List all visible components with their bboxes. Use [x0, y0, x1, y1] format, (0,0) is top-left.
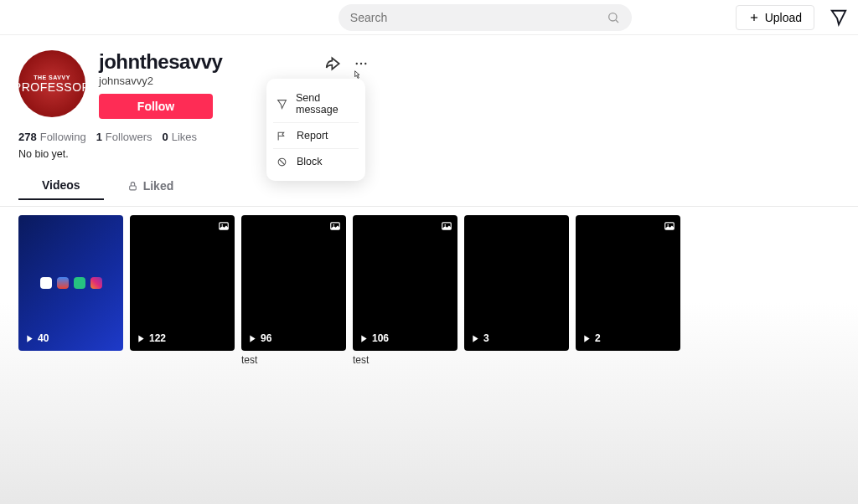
display-name: johnthesavvy: [99, 50, 222, 74]
block-icon: [277, 157, 288, 167]
video-caption: [18, 354, 123, 366]
video-card[interactable]: 3: [464, 215, 569, 366]
likes-stat[interactable]: 0Likes: [162, 131, 197, 143]
plus-icon: [748, 12, 760, 23]
view-count: 96: [248, 332, 271, 344]
send-message-icon: [277, 99, 287, 110]
video-card[interactable]: 96test: [241, 215, 346, 366]
svg-point-17: [667, 224, 669, 226]
menu-report[interactable]: Report: [273, 123, 359, 149]
video-card[interactable]: 2: [576, 215, 680, 366]
report-icon: [277, 131, 288, 141]
video-grid: 4012296test106test32: [0, 207, 858, 374]
photo-icon: [664, 220, 675, 232]
profile-section: THE SAVVY PROFESSOR johnthesavvy johnsav…: [0, 35, 858, 207]
menu-block-label: Block: [297, 156, 323, 167]
tab-liked-label: Liked: [143, 179, 174, 193]
view-count: 3: [471, 332, 489, 344]
svg-point-13: [333, 224, 334, 226]
view-count: 2: [582, 332, 601, 344]
svg-point-5: [360, 63, 362, 64]
video-card[interactable]: 122: [130, 215, 235, 366]
tab-liked[interactable]: Liked: [104, 172, 198, 200]
photo-icon: [329, 220, 341, 232]
profile-info: johnthesavvy johnsavvy2 Follow: [99, 50, 222, 119]
tab-videos[interactable]: Videos: [18, 172, 104, 200]
svg-line-8: [279, 159, 285, 165]
follow-button[interactable]: Follow: [99, 94, 213, 119]
search-icon[interactable]: [607, 11, 620, 24]
avatar[interactable]: THE SAVVY PROFESSOR: [18, 50, 85, 117]
followers-stat[interactable]: 1Followers: [96, 131, 152, 143]
lock-icon: [127, 181, 138, 192]
video-thumbnail[interactable]: 3: [464, 215, 569, 351]
share-icon[interactable]: [325, 55, 342, 72]
menu-report-label: Report: [297, 130, 328, 141]
video-card[interactable]: 40: [18, 215, 123, 366]
top-bar: Upload: [0, 0, 858, 35]
search-input[interactable]: [350, 11, 607, 24]
view-count: 122: [137, 332, 166, 344]
messages-icon[interactable]: [830, 8, 848, 27]
video-thumbnail[interactable]: 96: [241, 215, 346, 351]
video-caption: [576, 354, 680, 366]
svg-point-6: [364, 63, 366, 64]
svg-point-0: [608, 13, 616, 20]
menu-send-message[interactable]: Send message: [273, 85, 359, 123]
bio-text: No bio yet.: [18, 148, 840, 160]
menu-send-message-label: Send message: [296, 92, 355, 116]
menu-block[interactable]: Block: [266, 149, 365, 174]
photo-icon: [218, 220, 230, 232]
stats-row: 278Following 1Followers 0Likes: [18, 131, 840, 143]
video-thumbnail[interactable]: 106: [353, 215, 457, 351]
view-count: 106: [359, 332, 389, 344]
video-thumbnail[interactable]: 2: [576, 215, 680, 351]
search-box[interactable]: [339, 4, 632, 31]
video-card[interactable]: 106test: [353, 215, 457, 366]
username: johnsavvy2: [99, 75, 222, 87]
svg-point-15: [444, 224, 446, 226]
following-stat[interactable]: 278Following: [18, 131, 86, 143]
video-thumbnail[interactable]: 40: [18, 215, 123, 351]
video-caption: test: [241, 354, 346, 366]
svg-line-1: [616, 20, 618, 23]
upload-button[interactable]: Upload: [736, 5, 814, 30]
video-caption: [130, 354, 235, 366]
svg-point-4: [356, 63, 358, 64]
video-caption: test: [353, 354, 457, 366]
profile-tabs: Videos Liked: [18, 172, 840, 200]
upload-label: Upload: [765, 11, 802, 24]
video-thumbnail[interactable]: 122: [130, 215, 235, 351]
avatar-main-text: PROFESSOR: [18, 80, 85, 94]
video-caption: [464, 354, 569, 366]
svg-rect-9: [129, 185, 136, 189]
avatar-top-text: THE SAVVY: [34, 75, 70, 80]
photo-icon: [441, 220, 452, 232]
more-options-menu: Send message Report Block: [266, 79, 365, 181]
svg-point-11: [221, 224, 223, 226]
view-count: 40: [25, 332, 49, 344]
